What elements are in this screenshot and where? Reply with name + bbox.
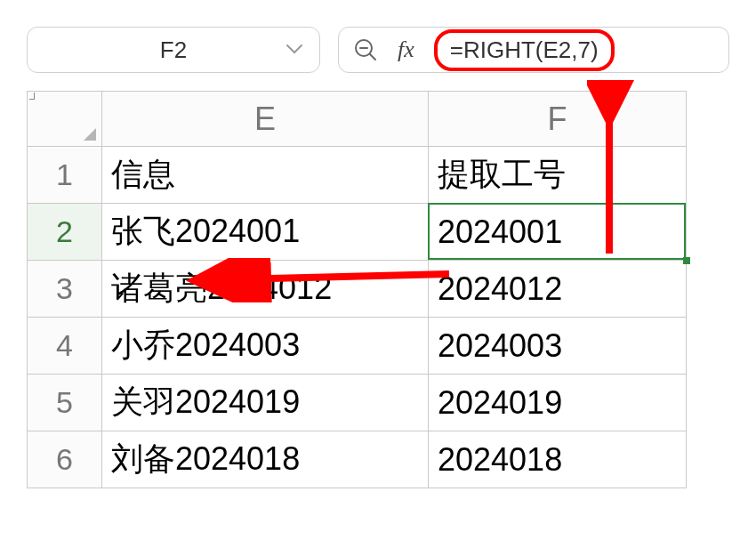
cell-e2[interactable]: 张飞2024001 — [102, 204, 429, 261]
name-box-value: F2 — [160, 36, 187, 64]
row-header-1[interactable]: 1 — [28, 147, 102, 204]
cell-e6[interactable]: 刘备2024018 — [102, 431, 429, 488]
formula-input[interactable]: =RIGHT(E2,7) — [434, 29, 615, 71]
tick-mark-icon — [29, 93, 35, 100]
fill-handle[interactable] — [683, 257, 690, 264]
column-header-f[interactable]: F — [429, 92, 687, 147]
corner-triangle-icon — [84, 128, 96, 141]
spreadsheet-grid[interactable]: E F 1 信息 提取工号 2 张飞2024001 2024001 3 诸葛亮2… — [27, 91, 687, 488]
cell-e4[interactable]: 小乔2024003 — [102, 318, 429, 375]
cell-f4[interactable]: 2024003 — [429, 318, 687, 375]
cell-e3[interactable]: 诸葛亮2024012 — [102, 261, 429, 318]
cell-e1[interactable]: 信息 — [102, 147, 429, 204]
chevron-down-icon[interactable] — [286, 42, 303, 58]
formula-bar[interactable]: fx =RIGHT(E2,7) — [338, 27, 729, 73]
row-header-2[interactable]: 2 — [28, 204, 102, 261]
cell-f6[interactable]: 2024018 — [429, 431, 687, 488]
row-header-4[interactable]: 4 — [28, 318, 102, 375]
cell-e5[interactable]: 关羽2024019 — [102, 375, 429, 431]
svg-line-1 — [370, 54, 375, 60]
fx-icon[interactable]: fx — [398, 36, 414, 63]
top-bar: F2 fx =RIGHT(E2,7) — [27, 27, 729, 73]
name-box[interactable]: F2 — [27, 27, 320, 73]
select-all-corner[interactable] — [28, 92, 102, 147]
cell-f2[interactable]: 2024001 — [429, 204, 687, 261]
zoom-out-icon[interactable] — [353, 37, 378, 62]
column-header-e[interactable]: E — [102, 92, 429, 147]
row-header-5[interactable]: 5 — [28, 375, 102, 431]
cell-f1[interactable]: 提取工号 — [429, 147, 687, 204]
row-header-6[interactable]: 6 — [28, 431, 102, 488]
cell-f3[interactable]: 2024012 — [429, 261, 687, 318]
cell-f5[interactable]: 2024019 — [429, 375, 687, 431]
row-header-3[interactable]: 3 — [28, 261, 102, 318]
